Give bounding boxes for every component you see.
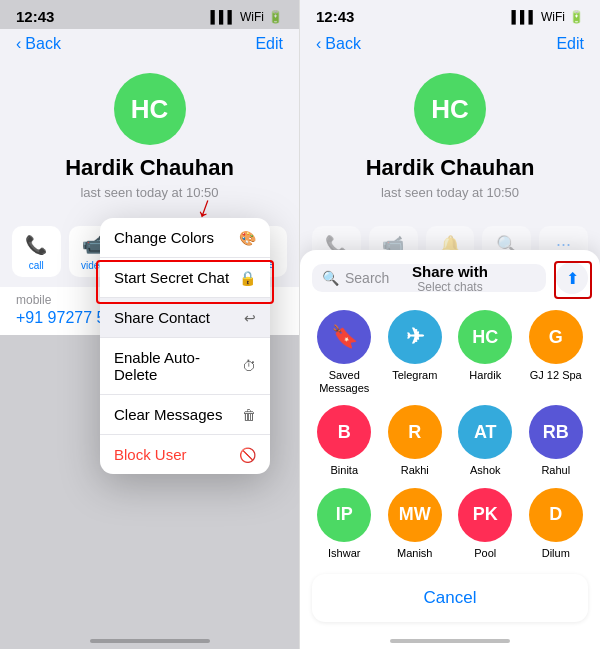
avatar-right: HC (414, 73, 486, 145)
contact-avatar-ashok: AT (458, 405, 512, 459)
left-phone: 12:43 ▌▌▌ WiFi 🔋 ‹ Back Edit HC Hardik C… (0, 0, 300, 649)
contact-rahul[interactable]: RB Rahul (524, 405, 589, 477)
menu-item-block-user[interactable]: Block User 🚫 (100, 435, 270, 474)
palette-icon: 🎨 (239, 230, 256, 246)
call-btn-left[interactable]: 📞 call (12, 226, 61, 277)
nav-bar-right: ‹ Back Edit (300, 29, 600, 61)
home-indicator-right (390, 639, 510, 643)
menu-item-secret-chat[interactable]: Start Secret Chat 🔒 (100, 258, 270, 298)
lock-icon: 🔒 (239, 270, 256, 286)
contact-avatar-gj12spa: G (529, 310, 583, 364)
contact-binita[interactable]: B Binita (312, 405, 377, 477)
share-export-button[interactable]: ⬆ (556, 262, 588, 294)
back-button-left[interactable]: ‹ Back (16, 35, 61, 53)
timer-icon: ⏱ (242, 358, 256, 374)
contact-hardik[interactable]: HC Hardik (453, 310, 518, 395)
menu-item-share-contact[interactable]: Share Contact ↩ (100, 298, 270, 338)
contact-name-rakhi: Rakhi (401, 464, 429, 477)
contact-manish[interactable]: MW Manish (383, 488, 448, 560)
menu-item-change-colors[interactable]: Change Colors 🎨 (100, 218, 270, 258)
contact-avatar-saved: 🔖 (317, 310, 371, 364)
chevron-left-icon-right: ‹ (316, 35, 321, 53)
contact-name-ashok: Ashok (470, 464, 501, 477)
contact-name-dilum: Dilum (542, 547, 570, 560)
edit-button-left[interactable]: Edit (255, 35, 283, 53)
context-menu: Change Colors 🎨 Start Secret Chat 🔒 Shar… (100, 218, 270, 474)
contact-name-saved: SavedMessages (319, 369, 369, 395)
profile-section-right: HC Hardik Chauhan last seen today at 10:… (300, 61, 600, 216)
contact-pool[interactable]: PK Pool (453, 488, 518, 560)
block-icon: 🚫 (239, 447, 256, 463)
contact-rakhi[interactable]: R Rakhi (383, 405, 448, 477)
profile-name-left: Hardik Chauhan (65, 155, 234, 181)
call-icon: 📞 (25, 234, 47, 256)
edit-button-right[interactable]: Edit (556, 35, 584, 53)
home-indicator-left (90, 639, 210, 643)
share-icon: ↩ (244, 310, 256, 326)
status-icons-right: ▌▌▌ WiFi 🔋 (511, 10, 584, 24)
contact-avatar-hardik: HC (458, 310, 512, 364)
share-sheet: 🔍 Search Share with Select chats ⬆ 🔖 Sav… (300, 250, 600, 649)
contact-ishwar[interactable]: IP Ishwar (312, 488, 377, 560)
menu-item-clear-messages[interactable]: Clear Messages 🗑 (100, 395, 270, 435)
contact-name-ishwar: Ishwar (328, 547, 360, 560)
nav-bar-left: ‹ Back Edit (0, 29, 299, 61)
contact-gj12spa[interactable]: G GJ 12 Spa (524, 310, 589, 395)
share-title: Share with (412, 263, 488, 280)
contact-name-gj12spa: GJ 12 Spa (530, 369, 582, 382)
right-phone: 12:43 ▌▌▌ WiFi 🔋 ‹ Back Edit HC Hardik C… (300, 0, 600, 649)
contact-avatar-dilum: D (529, 488, 583, 542)
clear-icon: 🗑 (242, 407, 256, 423)
share-subtitle: Select chats (412, 280, 488, 294)
status-bar-right: 12:43 ▌▌▌ WiFi 🔋 (300, 0, 600, 29)
export-icon: ⬆ (566, 269, 579, 288)
contact-avatar-rakhi: R (388, 405, 442, 459)
contact-name-hardik: Hardik (469, 369, 501, 382)
contact-avatar-pool: PK (458, 488, 512, 542)
contact-name-binita: Binita (330, 464, 358, 477)
time-right: 12:43 (316, 8, 354, 25)
contact-name-pool: Pool (474, 547, 496, 560)
contact-telegram[interactable]: ✈ Telegram (383, 310, 448, 395)
profile-name-right: Hardik Chauhan (366, 155, 535, 181)
contact-saved-messages[interactable]: 🔖 SavedMessages (312, 310, 377, 395)
cancel-button[interactable]: Cancel (312, 574, 588, 622)
contact-avatar-telegram: ✈ (388, 310, 442, 364)
profile-status-left: last seen today at 10:50 (80, 185, 218, 200)
back-button-right[interactable]: ‹ Back (316, 35, 361, 53)
chevron-left-icon: ‹ (16, 35, 21, 53)
avatar-left: HC (114, 73, 186, 145)
signal-icon-right: ▌▌▌ (511, 10, 537, 24)
contact-name-telegram: Telegram (392, 369, 437, 382)
contact-avatar-ishwar: IP (317, 488, 371, 542)
profile-status-right: last seen today at 10:50 (381, 185, 519, 200)
contact-avatar-manish: MW (388, 488, 442, 542)
profile-section-left: HC Hardik Chauhan last seen today at 10:… (0, 61, 299, 216)
contact-avatar-binita: B (317, 405, 371, 459)
menu-item-auto-delete[interactable]: Enable Auto-Delete ⏱ (100, 338, 270, 395)
wifi-icon-right: WiFi (541, 10, 565, 24)
battery-icon-right: 🔋 (569, 10, 584, 24)
contact-name-manish: Manish (397, 547, 432, 560)
contacts-grid: 🔖 SavedMessages ✈ Telegram HC Hardik G G… (312, 304, 588, 566)
search-icon-share: 🔍 (322, 270, 339, 286)
contact-dilum[interactable]: D Dilum (524, 488, 589, 560)
search-placeholder: Search (345, 270, 389, 286)
contact-avatar-rahul: RB (529, 405, 583, 459)
contact-name-rahul: Rahul (541, 464, 570, 477)
contact-ashok[interactable]: AT Ashok (453, 405, 518, 477)
